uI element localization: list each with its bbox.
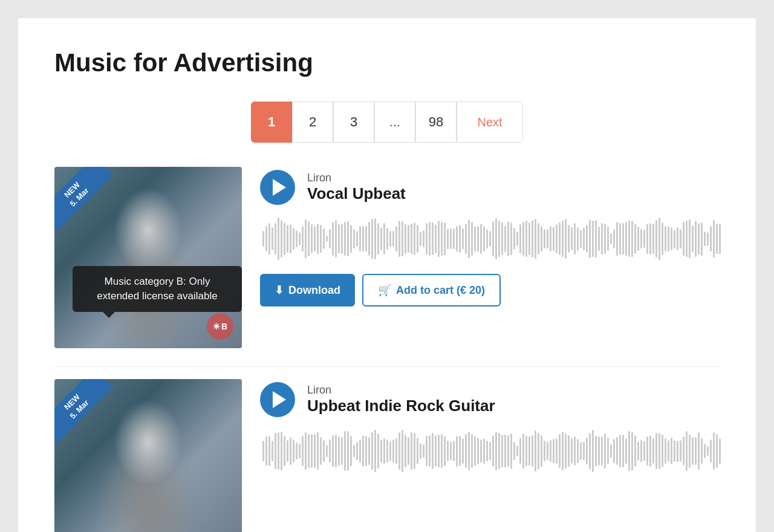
page-3-btn[interactable]: 3 <box>333 102 374 143</box>
waveform-bar <box>616 222 618 256</box>
waveform-bar <box>447 229 449 248</box>
waveform-bar <box>565 219 567 258</box>
waveform-bar <box>371 219 373 259</box>
category-badge[interactable]: ✳ B <box>207 313 233 340</box>
waveform-bar <box>701 438 703 464</box>
play-button[interactable] <box>260 170 295 205</box>
waveform-bar <box>429 222 431 256</box>
waveform-bar <box>532 435 533 467</box>
waveform-bar <box>414 222 415 255</box>
waveform-bar <box>432 433 434 470</box>
waveform-bar <box>486 229 488 248</box>
waveform-bar <box>323 440 325 462</box>
waveform-bar <box>707 232 709 246</box>
waveform-bar <box>501 222 503 255</box>
waveform-bar <box>689 219 691 258</box>
waveform-bar <box>290 224 291 253</box>
waveform-bar <box>462 229 464 250</box>
waveform-bar <box>275 433 276 470</box>
waveform-bar <box>565 433 567 469</box>
waveform-bar <box>405 435 406 467</box>
waveform-bar <box>677 441 678 462</box>
download-button[interactable]: ⬇ Download <box>260 274 355 307</box>
waveform-bar <box>459 225 461 253</box>
waveform-bar <box>398 432 400 469</box>
waveform-bar <box>674 230 675 248</box>
waveform-bar <box>671 227 672 250</box>
page-1-btn[interactable]: 1 <box>251 102 292 143</box>
waveform-bar <box>522 222 524 255</box>
waveform-bar <box>347 431 349 472</box>
waveform-bar <box>420 232 421 245</box>
waveform-bar <box>589 219 591 259</box>
waveform-bar <box>631 221 633 258</box>
waveform-bar <box>302 226 304 251</box>
waveform-bar <box>631 432 633 471</box>
waveform-bar <box>353 445 355 458</box>
pagination-next-btn[interactable]: Next <box>457 102 523 143</box>
waveform-bar <box>519 438 521 463</box>
waveform-bar <box>538 433 539 469</box>
waveform-bar <box>577 227 579 250</box>
waveform-bar <box>556 224 558 254</box>
waveform-bar <box>571 438 573 464</box>
waveform-bar <box>456 226 458 252</box>
waveform-bar <box>634 435 636 466</box>
waveform-bar <box>432 222 434 256</box>
waveform-bar <box>438 221 440 256</box>
waveform-bar <box>398 221 400 257</box>
waveform-bar <box>595 220 597 258</box>
waveform-bar <box>544 441 545 462</box>
waveform-bar <box>362 226 364 252</box>
waveform-bar <box>287 440 288 462</box>
page-title: Music for Advertising <box>54 48 720 77</box>
waveform-bar <box>308 221 310 256</box>
waveform-bar <box>317 432 319 470</box>
waveform-bar <box>287 225 288 253</box>
waveform-bar <box>377 433 379 469</box>
page-2-btn[interactable]: 2 <box>292 102 333 143</box>
waveform-bar <box>640 440 642 462</box>
waveform-bar <box>556 438 558 464</box>
pagination-dots: ... <box>374 102 415 143</box>
waveform-bar <box>474 226 476 251</box>
play-icon <box>273 391 286 408</box>
add-to-cart-button[interactable]: 🛒 Add to cart (€ 20) <box>362 274 501 307</box>
waveform-bar <box>453 229 455 250</box>
waveform-bar <box>311 434 313 467</box>
waveform-bar <box>341 437 343 465</box>
play-button[interactable] <box>260 382 295 417</box>
waveform-bar <box>323 229 325 248</box>
waveform-bar <box>444 436 446 467</box>
waveform-bar <box>710 226 712 251</box>
waveform-bar <box>695 437 697 465</box>
waveform-bar <box>719 224 721 254</box>
waveform-bar <box>284 436 285 465</box>
track-actions: ⬇ Download 🛒 Add to cart (€ 20) <box>260 274 723 307</box>
waveform-bar <box>386 440 388 462</box>
waveform-bar <box>713 220 715 258</box>
waveform-bar <box>468 219 470 259</box>
waveform-bar <box>535 219 536 258</box>
waveform-bar <box>504 435 506 468</box>
waveform-bar <box>386 228 388 250</box>
waveform-bar <box>465 224 467 255</box>
waveform-bar <box>332 435 334 467</box>
waveform-bar <box>299 232 301 245</box>
waveform-bar <box>380 440 382 462</box>
waveform-bar <box>341 224 343 254</box>
waveform-bar <box>528 222 530 256</box>
waveform-bar <box>344 431 346 471</box>
waveform-bar <box>417 225 418 253</box>
waveform-bar <box>680 229 681 248</box>
waveform-bar <box>655 433 657 469</box>
waveform-bar <box>550 226 551 252</box>
waveform-bar <box>562 221 564 257</box>
waveform-bar <box>305 432 307 469</box>
waveform-bar <box>571 227 573 250</box>
page-98-btn[interactable]: 98 <box>415 102 457 143</box>
waveform-bar <box>613 439 615 462</box>
waveform-bar <box>278 432 279 470</box>
waveform-bar <box>716 434 718 468</box>
cart-icon: 🛒 <box>378 284 391 297</box>
